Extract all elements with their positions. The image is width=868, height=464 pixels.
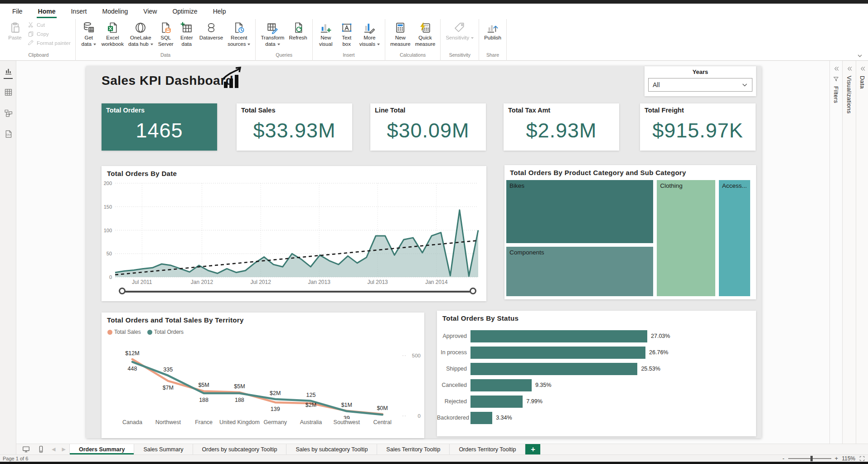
zoom-slider[interactable] xyxy=(788,458,831,459)
status-category-label: Approved xyxy=(437,333,467,339)
ribbon-button-label: Copy xyxy=(37,31,49,37)
mobile-layout-icon[interactable] xyxy=(37,445,45,454)
excel-workbook-icon xyxy=(106,21,119,34)
ribbon-button-paste: Paste xyxy=(5,20,25,42)
menu-modeling[interactable]: Modeling xyxy=(94,4,136,19)
ribbon-button-publish[interactable]: Publish xyxy=(482,20,504,42)
ribbon-button-label: Enterdata xyxy=(180,35,193,48)
svg-text:125: 125 xyxy=(306,392,316,398)
expand-panel-icon[interactable] xyxy=(833,65,839,72)
sidebar-report-view[interactable] xyxy=(0,61,16,82)
ribbon-button-onelake-data-hub[interactable]: OneLakedata hub xyxy=(126,20,155,49)
zoom-in-button[interactable]: + xyxy=(835,455,839,462)
page-tab-orders-territory-tooltip[interactable]: Orders Territory Tooltip xyxy=(449,444,525,454)
ribbon-button-dataverse[interactable]: Dataverse xyxy=(197,20,225,42)
x-category-label: United Kingdom xyxy=(219,419,260,426)
page-tab-orders-summary[interactable]: Orders Summary xyxy=(69,444,134,454)
treemap-tile-bikes[interactable]: Bikes xyxy=(506,180,653,243)
kpi-card-total-sales[interactable]: Total Sales$33.93M xyxy=(237,103,352,151)
table-view-icon xyxy=(4,88,13,97)
ribbon-collapse-chevron-icon[interactable] xyxy=(856,53,863,59)
sidebar-dax-query-view[interactable]: DAX xyxy=(0,123,16,144)
panel-strip-filters[interactable]: Filters xyxy=(829,61,842,444)
expand-panel-icon[interactable] xyxy=(846,65,853,72)
treemap-tile-clothing[interactable]: Clothing xyxy=(657,180,715,296)
page-tab-sales-by-subcategory-tooltip[interactable]: Sales by subcategory Tooltip xyxy=(286,444,377,454)
menu-insert[interactable]: Insert xyxy=(63,4,94,19)
ribbon-button-more-visuals[interactable]: Morevisuals xyxy=(357,20,382,49)
panel-strip-data[interactable]: Data xyxy=(856,61,868,444)
kpi-value: 1465 xyxy=(102,119,217,142)
status-category-label: Backordered xyxy=(437,415,467,421)
years-slicer-dropdown[interactable]: All xyxy=(648,78,752,92)
territory-line-chart: 5000$12M448335$7M$5M188$5M188$2M139125$2… xyxy=(102,337,424,419)
zoom-controls: - + 115% xyxy=(782,455,865,462)
slider-handle-right[interactable] xyxy=(470,288,476,294)
menu-help[interactable]: Help xyxy=(205,4,234,19)
status-bar[interactable] xyxy=(470,330,647,342)
ribbon-group-label: Insert xyxy=(315,51,382,60)
treemap-tile-access[interactable]: Access... xyxy=(719,180,750,296)
visual-orders-sales-by-territory[interactable]: Total Orders and Total Sales By Territor… xyxy=(102,313,424,438)
x-category-label: Germany xyxy=(255,419,296,426)
status-bar-row-in-process: In process26.76% xyxy=(437,344,756,361)
tab-scroll-left-icon: ◀ xyxy=(52,446,55,452)
ribbon-group-label: Clipboard xyxy=(5,51,73,60)
fit-to-page-icon[interactable] xyxy=(859,455,865,462)
kpi-card-total-tax-amt[interactable]: Total Tax Amt$2.93M xyxy=(504,103,619,151)
ribbon-button-new-measure[interactable]: Newmeasure xyxy=(388,20,413,49)
ribbon-button-excel-workbook[interactable]: Excelworkbook xyxy=(99,20,126,49)
kpi-card-line-total[interactable]: Line Total$30.09M xyxy=(370,103,486,151)
panel-strip-visualizations[interactable]: Visualizations xyxy=(842,61,856,444)
ribbon-button-get-data[interactable]: Getdata xyxy=(78,20,99,49)
svg-text:$2M: $2M xyxy=(270,390,281,396)
menu-home[interactable]: Home xyxy=(30,4,63,19)
ribbon-button-copy: Copy xyxy=(27,30,71,38)
status-bar[interactable] xyxy=(470,347,645,359)
status-category-label: Cancelled xyxy=(437,382,467,388)
desktop-layout-icon[interactable] xyxy=(22,445,30,454)
ribbon-button-quick-measure[interactable]: Quickmeasure xyxy=(413,20,438,49)
treemap-tile-components[interactable]: Components xyxy=(506,247,653,296)
kpi-card-total-orders[interactable]: Total Orders1465 xyxy=(102,103,217,151)
legend-dot xyxy=(107,330,112,335)
ribbon-button-new-visual[interactable]: Newvisual xyxy=(315,20,336,49)
visual-total-orders-by-date[interactable]: Total Orders By Date 050100150200Jul 201… xyxy=(102,166,486,301)
page-tab-sales-territory-tooltip[interactable]: Sales Territory Tooltip xyxy=(377,444,449,454)
date-range-slider[interactable] xyxy=(119,288,476,296)
kpi-card-total-freight[interactable]: Total Freight$915.97K xyxy=(640,103,756,151)
zoom-slider-thumb[interactable] xyxy=(810,456,813,461)
ribbon-button-refresh[interactable]: Refresh xyxy=(286,20,309,42)
new-page-button[interactable]: + xyxy=(525,444,540,454)
status-bar[interactable] xyxy=(470,396,523,408)
slider-handle-left[interactable] xyxy=(119,288,126,294)
page-tab-orders-by-subcategory-tooltip[interactable]: Orders by subcategory Tooltip xyxy=(193,444,286,454)
status-bar[interactable] xyxy=(470,412,492,424)
visual-orders-by-status[interactable]: Total Orders By Status Approved27.03%In … xyxy=(437,311,756,436)
copy-icon xyxy=(27,30,34,38)
page-tab-sales-summary[interactable]: Sales Summary xyxy=(134,444,192,454)
legend-item-total-sales[interactable]: Total Sales xyxy=(107,329,141,335)
svg-text:139: 139 xyxy=(271,406,280,412)
ribbon-button-enter-data[interactable]: Enterdata xyxy=(176,20,197,49)
status-bar[interactable] xyxy=(470,363,637,375)
menu-optimize[interactable]: Optimize xyxy=(165,4,205,19)
sidebar-model-view[interactable] xyxy=(0,103,16,123)
ribbon-button-label: Cut xyxy=(37,22,45,28)
onelake-icon xyxy=(134,21,147,34)
ribbon-group-queries: TransformdataRefreshQueries xyxy=(256,19,312,61)
status-bar[interactable] xyxy=(470,379,532,391)
ribbon-button-transform-data[interactable]: Transformdata xyxy=(258,20,286,49)
menu-view[interactable]: View xyxy=(136,4,165,19)
ribbon-button-sql-server[interactable]: SQLServer xyxy=(155,20,176,49)
legend-item-total-orders[interactable]: Total Orders xyxy=(147,329,184,335)
menu-file[interactable]: File xyxy=(5,4,30,19)
visual-treemap-category[interactable]: Total Orders By Product Category and Sub… xyxy=(504,165,756,299)
zoom-out-button[interactable]: - xyxy=(782,455,784,462)
sidebar-table-view[interactable] xyxy=(0,82,16,103)
ribbon-button-recent-sources[interactable]: Recentsources xyxy=(225,20,252,49)
kpi-value: $915.97K xyxy=(640,119,756,142)
ribbon-button-text-box[interactable]: Textbox xyxy=(336,20,357,49)
svg-text:$1M: $1M xyxy=(341,402,352,408)
expand-panel-icon[interactable] xyxy=(859,65,866,72)
